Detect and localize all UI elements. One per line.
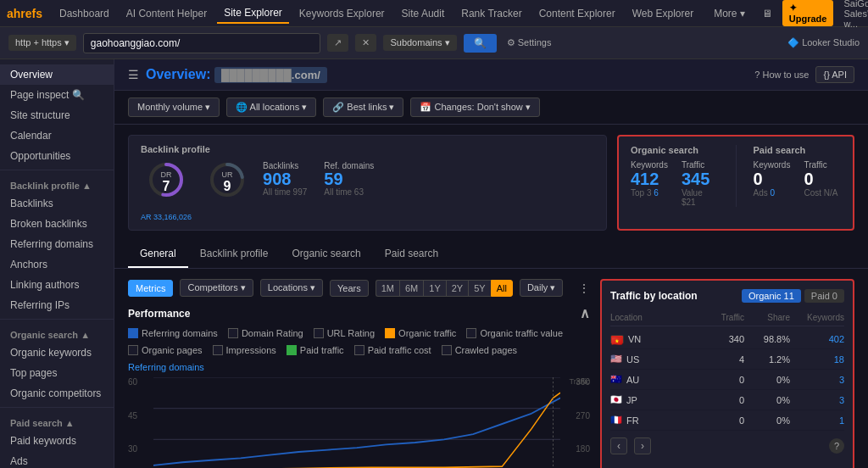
search-button[interactable]: 🔍 xyxy=(464,34,497,53)
sidebar-item-organic-keywords[interactable]: Organic keywords xyxy=(0,343,114,363)
nav-more[interactable]: More ▾ xyxy=(707,4,752,23)
sidebar: Overview Page inspect 🔍 Site structure C… xyxy=(0,59,114,468)
locations-filter[interactable]: 🌐 All locations ▾ xyxy=(226,98,316,117)
table-row: 🇻🇳 VN 340 98.8% 402 xyxy=(610,330,844,349)
nav-ai-content[interactable]: AI Content Helper xyxy=(120,4,214,23)
looker-studio-btn[interactable]: 🔷 Looker Studio xyxy=(787,37,860,48)
period-all[interactable]: All xyxy=(491,280,513,297)
changes-filter[interactable]: 📅 Changes: Don't show ▾ xyxy=(410,98,539,117)
period-6m[interactable]: 6M xyxy=(399,280,423,297)
how-to-use-link[interactable]: ? How to use xyxy=(754,70,809,80)
table-row: 🇯🇵 JP 0 0% 3 xyxy=(610,390,844,410)
filter-bar: Monthly volume ▾ 🌐 All locations ▾ 🔗 Bes… xyxy=(114,91,868,125)
check-organic-traffic-value[interactable]: Organic traffic value xyxy=(466,328,563,338)
sidebar-item-organic-competitors[interactable]: Organic competitors xyxy=(0,383,114,404)
paid-traffic: Traffic 0 Cost N/A xyxy=(804,160,837,198)
api-button[interactable]: {} API xyxy=(815,66,854,83)
col-traffic: Traffic xyxy=(693,313,744,322)
nav-rank-tracker[interactable]: Rank Tracker xyxy=(454,4,528,23)
next-page-arrow[interactable]: › xyxy=(634,437,651,454)
sidebar-item-page-inspect[interactable]: Page inspect 🔍 xyxy=(0,85,114,105)
ref-domains-value: 59 xyxy=(324,170,374,187)
check-crawled-pages[interactable]: Crawled pages xyxy=(442,345,517,355)
traffic-tab-organic[interactable]: Organic 11 xyxy=(742,289,801,303)
sidebar-section-organic[interactable]: Organic search ▲ xyxy=(0,323,114,343)
hamburger-icon[interactable]: ☰ xyxy=(128,68,139,81)
period-1m[interactable]: 1M xyxy=(376,280,399,297)
table-row: 🇺🇸 US 4 1.2% 18 xyxy=(610,349,844,370)
sidebar-item-anchors[interactable]: Anchors xyxy=(0,254,114,275)
collapse-icon[interactable]: ∧ xyxy=(580,305,590,321)
competitors-btn[interactable]: Competitors ▾ xyxy=(180,279,253,297)
flag-jp-icon: 🇯🇵 xyxy=(610,394,622,405)
nav-site-explorer[interactable]: Site Explorer xyxy=(217,3,289,24)
tabs-bar: General Backlink profile Organic search … xyxy=(114,241,868,269)
check-url-rating[interactable]: URL Rating xyxy=(314,328,375,338)
prev-page-arrow[interactable]: ‹ xyxy=(610,437,627,454)
sidebar-item-referring-domains[interactable]: Referring domains xyxy=(0,234,114,254)
check-organic-traffic[interactable]: Organic traffic xyxy=(385,328,456,338)
backlink-profile-card: Backlink profile DR 7 AR 33,166, xyxy=(128,135,607,231)
open-in-new-btn[interactable]: ↗ xyxy=(327,34,348,52)
check-referring-domains[interactable]: Referring domains xyxy=(128,328,218,338)
organic-top-link[interactable]: 6 xyxy=(654,188,659,198)
check-impressions-box xyxy=(213,345,223,355)
protocol-selector[interactable]: http + https ▾ xyxy=(8,35,76,51)
keywords-us: 18 xyxy=(793,354,844,365)
dr-ar-link[interactable]: 33,166,026 xyxy=(153,213,192,221)
user-menu[interactable]: SaiGon Sales's w... xyxy=(843,0,868,29)
sidebar-item-linking-authors[interactable]: Linking authors xyxy=(0,275,114,295)
sidebar-item-ads[interactable]: Ads xyxy=(0,451,114,468)
sidebar-section-paid[interactable]: Paid search ▲ xyxy=(0,411,114,431)
url-input[interactable] xyxy=(83,33,321,53)
nav-web-explorer[interactable]: Web Explorer xyxy=(626,4,700,23)
sidebar-section-backlink[interactable]: Backlink profile ▲ xyxy=(0,174,114,193)
performance-checkboxes: Referring domains Domain Rating URL Rati… xyxy=(128,328,590,338)
tab-organic-search[interactable]: Organic search xyxy=(280,241,372,268)
chart-more-icon[interactable]: ⋮ xyxy=(578,281,590,295)
check-organic-pages-box xyxy=(128,345,138,355)
check-paid-traffic-cost-box xyxy=(354,345,364,355)
metrics-btn[interactable]: Metrics xyxy=(128,280,173,297)
period-5y[interactable]: 5Y xyxy=(468,280,490,297)
check-domain-rating[interactable]: Domain Rating xyxy=(228,328,303,338)
subdomains-selector[interactable]: Subdomains ▾ xyxy=(383,35,456,51)
tab-paid-search[interactable]: Paid search xyxy=(373,241,450,268)
sidebar-item-opportunities[interactable]: Opportunities xyxy=(0,146,114,166)
check-paid-traffic-cost[interactable]: Paid traffic cost xyxy=(354,345,431,355)
nav-keywords-explorer[interactable]: Keywords Explorer xyxy=(292,4,392,23)
daily-btn[interactable]: Daily ▾ xyxy=(520,279,564,297)
check-organic-pages[interactable]: Organic pages xyxy=(128,345,203,355)
clear-url-btn[interactable]: ✕ xyxy=(355,34,376,52)
sidebar-item-calendar[interactable]: Calendar xyxy=(0,125,114,146)
nav-content-explorer[interactable]: Content Explorer xyxy=(532,4,622,23)
best-links-filter[interactable]: 🔗 Best links ▾ xyxy=(323,98,403,117)
check-impressions[interactable]: Impressions xyxy=(213,345,276,355)
sidebar-item-referring-ips[interactable]: Referring IPs xyxy=(0,295,114,315)
sidebar-item-site-structure[interactable]: Site structure xyxy=(0,105,114,125)
chart-controls: Metrics Competitors ▾ Locations ▾ Years … xyxy=(128,279,590,297)
sidebar-item-top-pages[interactable]: Top pages xyxy=(0,363,114,383)
help-icon[interactable]: ? xyxy=(829,438,844,454)
check-paid-traffic[interactable]: Paid traffic xyxy=(287,345,344,355)
page-title: Overview: █████████.com/ xyxy=(146,67,327,82)
sidebar-item-overview[interactable]: Overview xyxy=(0,64,114,85)
check-organic-traffic-value-box xyxy=(466,328,476,338)
years-btn[interactable]: Years xyxy=(330,280,369,297)
period-2y[interactable]: 2Y xyxy=(446,280,468,297)
keywords-jp: 3 xyxy=(793,395,844,405)
sidebar-item-broken-backlinks[interactable]: Broken backlinks xyxy=(0,214,114,234)
locations-btn[interactable]: Locations ▾ xyxy=(260,279,323,297)
tab-general[interactable]: General xyxy=(128,241,188,268)
upgrade-button[interactable]: ✦ Upgrade xyxy=(782,0,834,26)
sidebar-item-paid-keywords[interactable]: Paid keywords xyxy=(0,431,114,451)
traffic-tab-paid[interactable]: Paid 0 xyxy=(804,289,844,303)
settings-link[interactable]: ⚙ Settings xyxy=(507,37,552,48)
ur-metric: UR 9 xyxy=(209,161,246,211)
period-1y[interactable]: 1Y xyxy=(423,280,445,297)
tab-backlink-profile[interactable]: Backlink profile xyxy=(188,241,281,268)
nav-dashboard[interactable]: Dashboard xyxy=(53,4,116,23)
monthly-volume-filter[interactable]: Monthly volume ▾ xyxy=(128,98,220,117)
nav-site-audit[interactable]: Site Audit xyxy=(395,4,452,23)
sidebar-item-backlinks[interactable]: Backlinks xyxy=(0,193,114,214)
